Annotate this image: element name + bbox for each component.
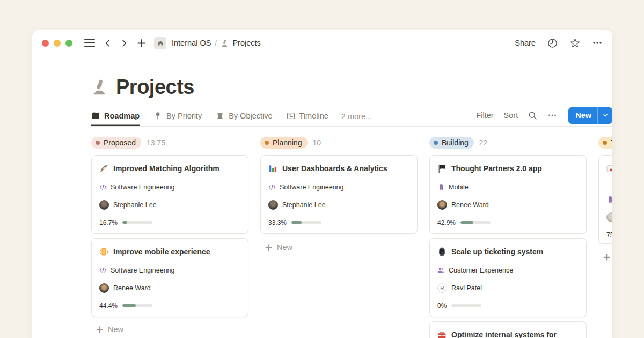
column-cards: Thought Partners 2.0 app Mobile Renee Wa… [429, 155, 587, 338]
page-content: Projects Roadmap By Priority By Objectiv… [32, 75, 612, 338]
column-planning: Planning 10 User Dashboards & Analytics [260, 137, 418, 338]
related-page-link[interactable]: Software Engineering [280, 183, 344, 192]
person-name: Stephanie Lee [282, 201, 326, 209]
window-controls [42, 40, 72, 47]
tab-by-objective[interactable]: By Objective [216, 106, 272, 126]
forward-icon[interactable] [120, 39, 128, 47]
related-page-link[interactable]: Mobile [449, 183, 469, 192]
avatar [99, 200, 109, 210]
breadcrumb-current[interactable]: Projects [232, 39, 260, 47]
code-icon [99, 183, 107, 191]
bow-and-arrow-icon [99, 164, 108, 173]
people-icon [437, 267, 445, 274]
card-title: Improve mobile experience [113, 247, 210, 256]
ellipsis-icon[interactable] [592, 38, 603, 48]
close-window-icon[interactable] [42, 40, 49, 47]
breadcrumb-root[interactable]: Internal OS [172, 39, 211, 47]
person-name: Renee Ward [451, 201, 489, 209]
hamburger-menu-icon[interactable] [84, 39, 95, 47]
filter-button[interactable]: Filter [476, 111, 493, 120]
person-name: Stephanie Lee [113, 201, 157, 209]
zoom-window-icon[interactable] [65, 40, 72, 47]
status-badge-building[interactable]: Building [429, 137, 474, 149]
vibrating-phone-icon [99, 247, 108, 256]
related-page-link[interactable]: Customer Experience [449, 266, 513, 275]
add-card-button[interactable]: New [260, 243, 418, 252]
view-options-ellipsis-icon[interactable] [547, 111, 557, 120]
breadcrumb-separator: / [215, 39, 217, 47]
tab-by-priority[interactable]: By Priority [153, 106, 202, 126]
star-icon[interactable] [569, 38, 581, 49]
map-icon [91, 112, 100, 120]
kanban-board: Proposed 13.75 Improved Matching Algorit… [91, 137, 612, 338]
new-button-label[interactable]: New [568, 107, 597, 124]
column-label: Testing [611, 138, 612, 147]
column-label: Planning [273, 138, 302, 147]
home-icon[interactable] [154, 37, 166, 49]
column-label: Building [442, 138, 469, 147]
timeline-icon [287, 112, 295, 120]
view-tabs: Roadmap By Priority By Objective Timelin… [91, 106, 328, 126]
status-dot-icon [96, 141, 100, 145]
related-page-link[interactable]: Software Engineering [111, 183, 175, 192]
code-icon [268, 183, 276, 191]
more-views-button[interactable]: 2 more... [341, 106, 372, 126]
status-dot-icon [434, 141, 438, 145]
toolbox-icon [437, 330, 447, 338]
column-proposed: Proposed 13.75 Improved Matching Algorit… [91, 137, 248, 338]
kanban-card[interactable]: 75% [598, 155, 612, 244]
window-topbar: Internal OS / Projects Share [32, 30, 612, 56]
column-cards: Improved Matching Algorithm Software Eng… [91, 155, 248, 317]
kanban-card[interactable]: Thought Partners 2.0 app Mobile Renee Wa… [429, 155, 587, 234]
topbar-actions: Share [515, 38, 603, 49]
progress-bar [451, 304, 481, 307]
kanban-card[interactable]: Improved Matching Algorithm Software Eng… [91, 155, 248, 234]
add-card-label: New [108, 325, 123, 334]
tab-label: By Priority [166, 112, 202, 120]
avatar [606, 212, 612, 222]
column-header: Planning 10 [260, 137, 418, 149]
add-card-label: New [277, 243, 292, 252]
tab-timeline[interactable]: Timeline [287, 106, 328, 126]
code-icon [99, 267, 107, 274]
chevron-down-icon[interactable] [598, 107, 612, 124]
status-badge-testing[interactable]: Testing [598, 137, 612, 149]
card-title: Scale up ticketing system [451, 247, 543, 256]
sort-button[interactable]: Sort [504, 111, 518, 120]
plus-icon [603, 253, 611, 261]
views-toolbar: Roadmap By Priority By Objective Timelin… [91, 106, 612, 127]
plus-icon [96, 326, 104, 334]
kanban-card[interactable]: Improve mobile experience Software Engin… [91, 238, 248, 317]
share-button[interactable]: Share [515, 39, 536, 47]
new-record-button[interactable]: New [568, 107, 612, 124]
rook-icon [216, 112, 224, 120]
bar-chart-icon [268, 164, 277, 173]
back-icon[interactable] [104, 39, 112, 47]
column-count: 13.75 [147, 138, 165, 147]
kanban-card[interactable]: Scale up ticketing system Customer Exper… [429, 238, 587, 317]
status-badge-proposed[interactable]: Proposed [91, 137, 141, 149]
new-page-plus-icon[interactable] [137, 39, 146, 48]
notion-window: Internal OS / Projects Share Projects [32, 30, 612, 338]
tab-roadmap[interactable]: Roadmap [91, 106, 140, 126]
search-icon[interactable] [528, 111, 537, 120]
progress-bar [122, 221, 152, 224]
page-title[interactable]: Projects [116, 76, 194, 99]
progress-label: 42.9% [437, 219, 456, 226]
breadcrumb: Internal OS / Projects [172, 39, 261, 47]
love-letter-icon [606, 164, 612, 173]
add-card-button[interactable]: New [598, 253, 612, 261]
status-badge-planning[interactable]: Planning [260, 137, 308, 149]
progress-label: 33.3% [268, 219, 287, 226]
clock-icon[interactable] [547, 38, 558, 49]
kanban-card[interactable]: User Dashboards & Analytics Software Eng… [260, 155, 418, 234]
column-testing: Testing [598, 137, 612, 338]
card-title: User Dashboards & Analytics [282, 164, 387, 173]
column-header: Building 22 [429, 137, 587, 149]
kanban-card[interactable]: Optimize internal systems for [429, 321, 587, 338]
column-building: Building 22 Thought Partners 2.0 app [429, 137, 587, 338]
minimize-window-icon[interactable] [54, 40, 61, 47]
add-card-button[interactable]: New [91, 325, 248, 334]
related-page-link[interactable]: Software Engineering [111, 266, 175, 275]
watch-icon [437, 247, 447, 256]
